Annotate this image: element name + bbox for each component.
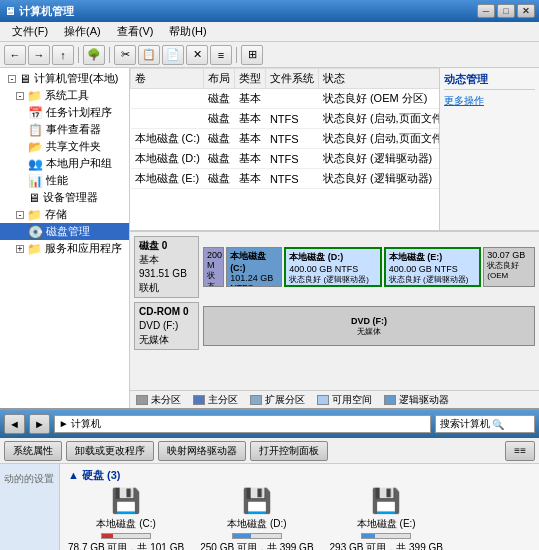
taskbar-top: ◄ ► ► 计算机 搜索计算机 🔍	[0, 410, 539, 438]
address-bar[interactable]: ► 计算机	[54, 415, 431, 433]
bottom-left-desc: 动的的设置	[4, 472, 55, 486]
tree-item-task-scheduler[interactable]: 📅 任务计划程序	[0, 104, 129, 121]
toolbar-forward[interactable]: →	[28, 45, 50, 65]
legend-color-logical	[384, 395, 396, 405]
drive-d[interactable]: 💾 本地磁盘 (D:) 250 GB 可用，共 399 GB	[200, 487, 313, 550]
nav-forward-button[interactable]: ►	[29, 414, 50, 434]
menu-view[interactable]: 查看(V)	[109, 22, 162, 41]
tree-expand-services[interactable]: +	[16, 245, 24, 253]
tree-item-disk-management[interactable]: 💽 磁盘管理	[0, 223, 129, 240]
tree-item-storage[interactable]: - 📁 存储	[0, 206, 129, 223]
toolbar-back[interactable]: ←	[4, 45, 26, 65]
partition-boot[interactable]: 200 M 状态良好 (启动	[203, 247, 224, 287]
hard-drives-list: 💾 本地磁盘 (C:) 78.7 GB 可用，共 101 GB 💾 本地磁盘 (…	[68, 487, 531, 550]
drive-e[interactable]: 💾 本地磁盘 (E:) 293 GB 可用，共 399 GB	[330, 487, 443, 550]
toolbar-properties[interactable]: ≡	[210, 45, 232, 65]
tree-item-shared-folders[interactable]: 📂 共享文件夹	[0, 138, 129, 155]
disk-table: 卷 布局 类型 文件系统 状态 容量 可用空 磁盘	[130, 68, 439, 189]
drive-e-bar-fill	[362, 534, 375, 538]
title-bar: 🖥 计算机管理 ─ □ ✕	[0, 0, 539, 22]
tree-item-local-users[interactable]: 👥 本地用户和组	[0, 155, 129, 172]
table-row[interactable]: 本地磁盘 (D:) 磁盘 基本 NTFS 状态良好 (逻辑驱动器) 400.00…	[131, 149, 440, 169]
table-row[interactable]: 本地磁盘 (E:) 磁盘 基本 NTFS 状态良好 (逻辑驱动器) 400.00…	[131, 169, 440, 189]
partition-e[interactable]: 本地磁盘 (E:) 400.00 GB NTFS 状态良好 (逻辑驱动器)	[384, 247, 482, 287]
maximize-button[interactable]: □	[497, 4, 515, 18]
toolbar-sep1	[78, 47, 79, 63]
partition-dvd[interactable]: DVD (F:) 无媒体	[203, 306, 535, 346]
system-properties-button[interactable]: 系统属性	[4, 441, 62, 461]
menu-help[interactable]: 帮助(H)	[161, 22, 214, 41]
table-row[interactable]: 磁盘 基本 状态良好 (OEM 分区) 30.07 GB 30.07 G	[131, 89, 440, 109]
view-options-button[interactable]: ≡≡	[505, 441, 535, 461]
drive-e-name: 本地磁盘 (E:)	[357, 517, 416, 531]
map-network-button[interactable]: 映射网络驱动器	[158, 441, 246, 461]
toolbar-delete[interactable]: ✕	[186, 45, 208, 65]
table-row[interactable]: 磁盘 基本 NTFS 状态良好 (启动,页面文件,主分区) 101.24 GB …	[131, 109, 440, 129]
nav-back-button[interactable]: ◄	[4, 414, 25, 434]
disk-icon: 💽	[28, 225, 43, 239]
drive-d-icon: 💾	[242, 487, 272, 515]
users-icon: 👥	[28, 157, 43, 171]
tree-panel: - 🖥 计算机管理(本地) - 📁 系统工具 📅 任务计划程序 📋 事件查看器 …	[0, 68, 130, 408]
control-panel-button[interactable]: 打开控制面板	[250, 441, 328, 461]
main-area: - 🖥 计算机管理(本地) - 📁 系统工具 📅 任务计划程序 📋 事件查看器 …	[0, 68, 539, 408]
partition-d[interactable]: 本地磁盘 (D:) 400.00 GB NTFS 状态良好 (逻辑驱动器)	[284, 247, 382, 287]
toolbar-cut[interactable]: ✂	[114, 45, 136, 65]
menu-file[interactable]: 文件(F)	[4, 22, 56, 41]
drive-d-bar-container	[232, 533, 282, 539]
tree-item-device-manager[interactable]: 🖥 设备管理器	[0, 189, 129, 206]
search-bar[interactable]: 搜索计算机 🔍	[435, 415, 535, 433]
search-icon: 🔍	[492, 419, 504, 430]
toolbar-copy[interactable]: 📋	[138, 45, 160, 65]
legend-color-unallocated	[136, 395, 148, 405]
tree-item-performance[interactable]: 📊 性能	[0, 172, 129, 189]
drive-c-free: 78.7 GB 可用，共 101 GB	[68, 541, 184, 550]
partition-oem[interactable]: 30.07 GB 状态良好 (OEM	[483, 247, 535, 287]
drive-d-name: 本地磁盘 (D:)	[227, 517, 286, 531]
tree-expand-tools[interactable]: -	[16, 92, 24, 100]
col-header-layout: 布局	[204, 69, 235, 89]
bottom-left-panel: 动的的设置	[0, 464, 60, 550]
tree-item-root[interactable]: - 🖥 计算机管理(本地)	[0, 70, 129, 87]
legend-unallocated: 未分区	[136, 393, 181, 407]
col-header-fs: 文件系统	[266, 69, 319, 89]
bottom-content: 动的的设置 ▲ 硬盘 (3) 💾 本地磁盘 (C:) 78.7 GB 可用，共 …	[0, 464, 539, 550]
search-placeholder: 搜索计算机	[440, 417, 490, 431]
uninstall-button[interactable]: 卸载或更改程序	[66, 441, 154, 461]
disk-table-wrapper[interactable]: 卷 布局 类型 文件系统 状态 容量 可用空 磁盘	[130, 68, 439, 230]
drive-c[interactable]: 💾 本地磁盘 (C:) 78.7 GB 可用，共 101 GB	[68, 487, 184, 550]
hard-disks-section-title[interactable]: ▲ 硬盘 (3)	[68, 468, 531, 483]
tree-expand-root[interactable]: -	[8, 75, 16, 83]
scheduler-icon: 📅	[28, 106, 43, 120]
legend-free: 可用空间	[317, 393, 372, 407]
close-button[interactable]: ✕	[517, 4, 535, 18]
action-title: 动态管理	[444, 72, 535, 90]
taskbar-area: ◄ ► ► 计算机 搜索计算机 🔍 系统属性 卸载或更改程序 映射网络驱动器 打…	[0, 408, 539, 528]
tree-item-system-tools[interactable]: - 📁 系统工具	[0, 87, 129, 104]
tree-expand-storage[interactable]: -	[16, 211, 24, 219]
col-header-status: 状态	[319, 69, 439, 89]
toolbar-sep2	[109, 47, 110, 63]
toolbar-up[interactable]: ↑	[52, 45, 74, 65]
col-header-type: 类型	[235, 69, 266, 89]
toolbar-views[interactable]: ⊞	[241, 45, 263, 65]
drive-c-bar-fill	[102, 534, 113, 538]
action-more[interactable]: 更多操作	[444, 94, 535, 108]
title-bar-buttons: ─ □ ✕	[477, 4, 535, 18]
tree-item-services[interactable]: + 📁 服务和应用程序	[0, 240, 129, 257]
disk-visual-panel: 磁盘 0 基本 931.51 GB 联机 200 M 状态良好 (启动 本地磁盘…	[130, 230, 539, 390]
legend-extended: 扩展分区	[250, 393, 305, 407]
drive-e-free: 293 GB 可用，共 399 GB	[330, 541, 443, 550]
table-row[interactable]: 本地磁盘 (C:) 磁盘 基本 NTFS 状态良好 (启动,页面文件,故障转储,…	[131, 129, 440, 149]
menu-action[interactable]: 操作(A)	[56, 22, 109, 41]
menu-bar: 文件(F) 操作(A) 查看(V) 帮助(H)	[0, 22, 539, 42]
drive-c-name: 本地磁盘 (C:)	[96, 517, 155, 531]
minimize-button[interactable]: ─	[477, 4, 495, 18]
toolbar-paste[interactable]: 📄	[162, 45, 184, 65]
partition-c[interactable]: 本地磁盘 (C:) 101.24 GB NTFS 状态良好 (启动)	[226, 247, 282, 287]
legend-primary: 主分区	[193, 393, 238, 407]
drive-d-bar-fill	[233, 534, 251, 538]
tree-item-event-viewer[interactable]: 📋 事件查看器	[0, 121, 129, 138]
drive-c-bar-container	[101, 533, 151, 539]
toolbar-show-hide-tree[interactable]: 🌳	[83, 45, 105, 65]
